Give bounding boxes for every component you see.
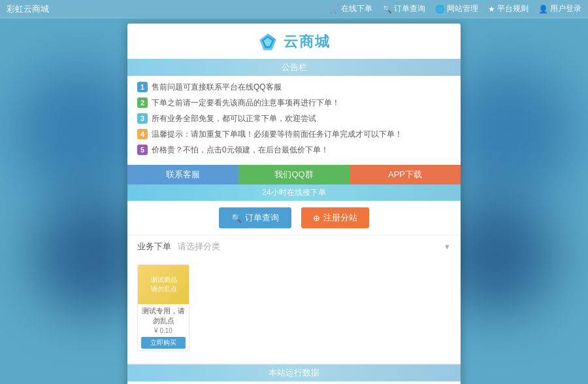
product-image-text: 测试商品 请勿乱点	[151, 275, 177, 294]
footer-stats: 33天 ⊞ 本站运营天数 3单 ☁ 本站订单数量 3单 ✓ 已处理订单数 0.3…	[127, 381, 461, 384]
globe-icon: 🌐	[435, 5, 445, 14]
user-icon: 👤	[538, 5, 548, 14]
notice-badge-2: 2	[137, 97, 148, 108]
tab-app[interactable]: APP下载	[350, 165, 461, 184]
tab-row: 联系客服 我们QQ群 APP下载	[127, 165, 461, 184]
notice-badge-1: 1	[137, 82, 148, 92]
diamond-logo-icon	[257, 31, 278, 52]
sub-notice: 24小时在线接下单	[127, 184, 461, 201]
navbar-link-order[interactable]: 🛒 在线下单	[329, 3, 372, 14]
chevron-down-icon: ▼	[444, 243, 451, 251]
products-area: 测试商品 请勿乱点 测试专用，请勿乱点 ¥ 0.10 立即购买	[127, 258, 461, 363]
category-bar: 业务下单 请选择分类 ▼	[127, 235, 461, 258]
product-price: ¥ 0.10	[138, 326, 189, 335]
notice-item-1: 1 售前问题可直接联系平台在线QQ客服	[137, 81, 451, 93]
order-query-button[interactable]: 🔍 订单查询	[219, 207, 291, 228]
navbar-link-admin[interactable]: 🌐 网站管理	[435, 3, 478, 14]
main-container: 云商城 公告栏 1 售前问题可直接联系平台在线QQ客服 2 下单之前请一定要看先…	[127, 24, 461, 384]
action-row: 🔍 订单查询 ⊕ 注册分站	[127, 201, 461, 235]
notice-badge-5: 5	[137, 145, 148, 155]
logo-area: 云商城	[127, 24, 461, 59]
buy-now-button[interactable]: 立即购买	[141, 337, 186, 349]
tab-qq[interactable]: 我们QQ群	[238, 165, 350, 184]
notice-item-2: 2 下单之前请一定要看先该商品的注意事项再进行下单！	[137, 97, 451, 109]
notice-bar-header: 公告栏	[127, 59, 461, 76]
search-action-icon: 🔍	[231, 213, 242, 223]
product-description: 测试专用，请勿乱点	[138, 304, 189, 326]
category-label: 业务下单	[137, 241, 171, 253]
star-icon: ★	[488, 5, 495, 14]
navbar: 彩虹云商城 🛒 在线下单 🔍 订单查询 🌐 网站管理 ★ 平台规则 👤 用户登录	[0, 0, 588, 18]
footer-bar-header: 本站运行数据	[127, 364, 461, 381]
register-icon: ⊕	[313, 213, 320, 223]
notice-list: 1 售前问题可直接联系平台在线QQ客服 2 下单之前请一定要看先该商品的注意事项…	[127, 76, 461, 165]
notice-badge-3: 3	[137, 113, 148, 124]
navbar-link-login[interactable]: 👤 用户登录	[538, 3, 581, 14]
navbar-link-query[interactable]: 🔍 订单查询	[382, 3, 425, 14]
navbar-brand: 彩虹云商城	[7, 3, 49, 15]
category-select[interactable]: 请选择分类	[178, 241, 437, 253]
search-icon: 🔍	[382, 5, 392, 14]
product-card: 测试商品 请勿乱点 测试专用，请勿乱点 ¥ 0.10 立即购买	[137, 264, 189, 351]
logo-text: 云商城	[284, 32, 331, 52]
cart-icon: 🛒	[329, 5, 339, 14]
register-branch-button[interactable]: ⊕ 注册分站	[301, 207, 369, 228]
tab-contact[interactable]: 联系客服	[127, 165, 238, 184]
notice-item-5: 5 价格贵？不怕，点击0元领建，在后台最低价下单！	[137, 144, 451, 156]
notice-item-4: 4 温馨提示：请加重复下单哦！必须要等待前面任务订单完成才可以下单！	[137, 128, 451, 140]
notice-badge-4: 4	[137, 129, 148, 139]
notice-item-3: 3 所有业务全部免复，都可以正常下单，欢迎尝试	[137, 113, 451, 124]
navbar-link-rules[interactable]: ★ 平台规则	[488, 3, 529, 14]
navbar-links: 🛒 在线下单 🔍 订单查询 🌐 网站管理 ★ 平台规则 👤 用户登录	[329, 3, 581, 14]
product-image: 测试商品 请勿乱点	[138, 265, 189, 304]
